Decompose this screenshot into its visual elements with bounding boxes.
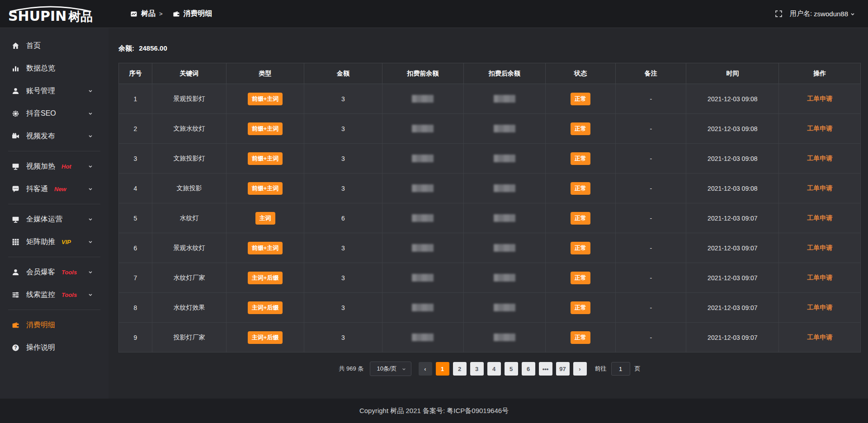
pagination: 共 969 条 10条/页 ‹ 123456•••97 › 前往 页	[118, 362, 861, 376]
cell-remark: -	[616, 323, 686, 352]
sidebar-item-12[interactable]: 会员爆客 Tools	[0, 261, 108, 283]
cell-amount: 3	[304, 323, 382, 352]
cell-remark: -	[616, 233, 686, 263]
sidebar-item-badge: Tools	[61, 269, 77, 276]
cell-index: 2	[119, 114, 152, 144]
cell-time: 2021-12-03 09:08	[686, 144, 779, 174]
work-order-link[interactable]: 工单申请	[807, 95, 832, 102]
cell-time: 2021-12-03 09:08	[686, 114, 779, 144]
page-size-select[interactable]: 10条/页	[370, 362, 411, 376]
fullscreen-icon[interactable]	[775, 10, 783, 18]
cell-index: 9	[119, 323, 152, 352]
page-button-4[interactable]: 4	[487, 362, 501, 376]
cell-amount: 3	[304, 144, 382, 174]
cell-amount: 3	[304, 114, 382, 144]
balance-row: 余额: 24856.00	[118, 44, 861, 53]
sidebar-item-badge: Hot	[61, 163, 71, 170]
type-badge: 前缀+主词	[248, 242, 283, 254]
page-button-5[interactable]: 5	[505, 362, 518, 376]
page-button-•••[interactable]: •••	[539, 362, 552, 376]
main-content: 余额: 24856.00 序号关键词类型金额扣费前余额扣费后余额状态备注时间操作…	[108, 28, 868, 376]
sidebar-item-4[interactable]: 视频发布	[0, 125, 108, 147]
sidebar: 首页 数据总览 账号管理 抖音SEO 视频发布	[0, 28, 108, 399]
masked-balance-after	[494, 184, 515, 192]
page-button-1[interactable]: 1	[436, 362, 449, 376]
cell-status: 正常	[545, 203, 616, 233]
cell-balance-after	[464, 203, 546, 233]
cell-type: 主词+后缀	[226, 293, 304, 323]
work-order-link[interactable]: 工单申请	[807, 184, 832, 192]
sidebar-item-9[interactable]: 全媒体运营	[0, 208, 108, 230]
sidebar-item-6[interactable]: 视频加热 Hot	[0, 155, 108, 178]
masked-balance-after	[494, 95, 515, 103]
cell-type: 主词	[226, 203, 304, 233]
sidebar-item-7[interactable]: 抖客通 New	[0, 178, 108, 200]
work-order-link[interactable]: 工单申请	[807, 244, 832, 251]
status-badge: 正常	[571, 331, 590, 344]
username-label: 用户名:	[790, 9, 812, 18]
page-button-2[interactable]: 2	[453, 362, 467, 376]
work-order-link[interactable]: 工单申请	[807, 155, 832, 162]
column-header: 状态	[545, 63, 616, 84]
prev-page-button[interactable]: ‹	[419, 362, 432, 376]
sidebar-item-0[interactable]: 首页	[0, 34, 108, 57]
sidebar-item-3[interactable]: 抖音SEO	[0, 102, 108, 125]
sidebar-divider	[8, 310, 100, 310]
footer-copyright: Copyright 树品 2021 备案号: 粤ICP备09019646号	[359, 407, 509, 415]
sidebar-item-badge: Tools	[61, 291, 77, 298]
work-order-link[interactable]: 工单申请	[807, 125, 832, 132]
breadcrumb-root[interactable]: 树品	[141, 9, 156, 19]
table-row: 6 景观水纹灯 前缀+主词 3 正常 - 2021-12-03 09:07 工单…	[119, 233, 861, 263]
chevron-down-icon	[86, 239, 95, 244]
cell-index: 7	[119, 263, 152, 293]
sidebar-item-13[interactable]: 线索监控 Tools	[0, 283, 108, 306]
sidebar-menu: 首页 数据总览 账号管理 抖音SEO 视频发布	[0, 34, 108, 359]
chevron-down-icon	[86, 292, 95, 297]
page-button-3[interactable]: 3	[470, 362, 484, 376]
sidebar-item-1[interactable]: 数据总览	[0, 57, 108, 80]
cell-action: 工单申请	[779, 114, 861, 144]
work-order-link[interactable]: 工单申请	[807, 274, 832, 281]
work-order-link[interactable]: 工单申请	[807, 334, 832, 341]
work-order-link[interactable]: 工单申请	[807, 214, 832, 221]
cell-type: 前缀+主词	[226, 233, 304, 263]
logo[interactable]: SHUPIN树品	[0, 5, 108, 23]
consumption-table: 序号关键词类型金额扣费前余额扣费后余额状态备注时间操作 1 景观投影灯 前缀+主…	[118, 63, 861, 352]
goto-page-input[interactable]	[611, 362, 630, 376]
cell-type: 前缀+主词	[226, 84, 304, 114]
user-menu[interactable]: 用户名: zswodun88	[790, 9, 855, 18]
balance-label: 余额:	[118, 44, 134, 52]
sidebar-item-16[interactable]: ? 操作说明	[0, 336, 108, 359]
user-icon	[11, 268, 20, 276]
sidebar-item-label: 抖客通	[26, 184, 48, 194]
chevron-down-icon	[86, 186, 95, 192]
cell-balance-after	[464, 263, 546, 293]
masked-balance-before	[412, 244, 434, 252]
chevron-down-icon	[86, 133, 95, 139]
sidebar-item-label: 数据总览	[26, 64, 55, 73]
page-button-6[interactable]: 6	[522, 362, 535, 376]
sidebar-item-label: 账号管理	[26, 86, 55, 96]
chat-icon	[11, 185, 20, 193]
cell-index: 5	[119, 203, 152, 233]
cell-remark: -	[616, 174, 686, 203]
sidebar-item-15[interactable]: 消费明细	[0, 314, 108, 336]
breadcrumb-current[interactable]: 消费明细	[184, 9, 212, 19]
cell-remark: -	[616, 203, 686, 233]
cell-keyword: 文旅投影	[152, 174, 226, 203]
user-icon	[11, 87, 20, 95]
table-row: 3 文旅投影灯 前缀+主词 3 正常 - 2021-12-03 09:08 工单…	[119, 144, 861, 174]
cell-action: 工单申请	[779, 174, 861, 203]
sidebar-item-10[interactable]: 矩阵助推 VIP	[0, 230, 108, 253]
chevron-down-icon	[86, 88, 95, 94]
cell-amount: 6	[304, 203, 382, 233]
page-button-97[interactable]: 97	[556, 362, 570, 376]
next-page-button[interactable]: ›	[573, 362, 587, 376]
work-order-link[interactable]: 工单申请	[807, 304, 832, 311]
masked-balance-after	[494, 304, 515, 311]
cell-keyword: 文旅投影灯	[152, 144, 226, 174]
sidebar-item-2[interactable]: 账号管理	[0, 80, 108, 102]
cell-action: 工单申请	[779, 144, 861, 174]
masked-balance-before	[412, 184, 434, 192]
cell-action: 工单申请	[779, 203, 861, 233]
